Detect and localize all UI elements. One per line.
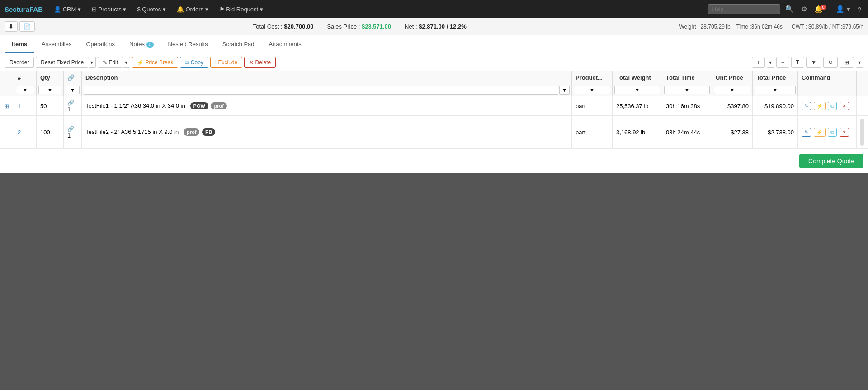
row2-bolt-button[interactable]: ⚡ [814,128,826,137]
tab-operations[interactable]: Operations [79,36,122,53]
sales-price: Sales Price : $23,571.00 [327,23,391,30]
filter-attach-col: ▼ [64,84,82,96]
tab-scratch-pad[interactable]: Scratch Pad [215,36,262,53]
filter-product-button[interactable]: ▼ [574,86,610,94]
reset-price-dropdown[interactable]: ▾ [88,57,96,68]
refresh-button[interactable]: ↻ [823,57,838,68]
row1-num[interactable]: 1 [14,96,37,116]
tab-assemblies[interactable]: Assemblies [34,36,79,53]
filter-total-price-col: ▼ [753,84,798,96]
row2-num[interactable]: 2 [14,116,37,149]
filter-unit-price-col: ▼ [712,84,753,96]
search-icon[interactable]: 🔍 [783,4,796,14]
th-total-price[interactable]: Total Price [753,71,798,84]
columns-dropdown[interactable]: ▾ [856,57,863,68]
exclude-button[interactable]: ! Exclude [210,57,242,68]
navbar: SecturaFAB 👤 CRM ▾ ⊞ Products ▾ $ Quotes… [0,0,868,18]
edit-dropdown[interactable]: ▾ [123,57,130,68]
row2-total-price: $2,738.00 [753,116,798,149]
complete-quote-button[interactable]: Complete Quote [799,154,863,168]
row1-delete-button[interactable]: ✕ [840,102,849,110]
nav-quotes[interactable]: $ Quotes ▾ [132,4,170,14]
reorder-button[interactable]: Reorder [5,57,34,68]
th-unit-price[interactable]: Unit Price [712,71,753,84]
total-cost-value: $20,700.00 [284,23,313,30]
filter-total-price-button[interactable]: ▼ [755,86,796,94]
th-description[interactable]: Description [82,71,572,84]
filter-row: ▼ ▼ ▼ ▼ ▼ ▼ ▼ ▼ ▼ [0,84,868,96]
nav-orders[interactable]: 🔔 Orders ▾ [172,4,213,14]
nav-crm[interactable]: 👤 CRM ▾ [49,4,85,14]
row2-command: ✎ ⚡ ⧉ ✕ [798,116,857,149]
minus-button[interactable]: − [776,57,789,68]
row2-copy-button[interactable]: ⧉ [828,128,837,137]
row1-command: ✎ ⚡ ⧉ ✕ [798,96,857,116]
filter-weight-col: ▼ [613,84,662,96]
gear-icon[interactable]: ⚙ [799,4,809,14]
nav-bid-request[interactable]: ⚑ Bid Request ▾ [215,4,268,14]
row1-copy-button[interactable]: ⧉ [828,102,837,110]
net-label: Net : [405,23,417,30]
filter-num-col: ▼ [14,84,37,96]
filter-qty-button[interactable]: ▼ [38,86,61,94]
row-number[interactable]: 1 [18,103,21,109]
th-num[interactable]: # ↑ [14,71,37,84]
row1-bolt-button[interactable]: ⚡ [814,102,826,110]
row-number[interactable]: 2 [18,129,21,136]
help-input[interactable] [708,4,780,14]
edit-button[interactable]: ✎ Edit [98,57,123,68]
filter-unit-price-button[interactable]: ▼ [714,86,750,94]
filter-weight-button[interactable]: ▼ [614,86,660,94]
download-button[interactable]: ⬇ [5,21,18,32]
filter-description-button[interactable]: ▼ [559,86,570,95]
row1-edit-button[interactable]: ✎ [802,102,811,110]
expand-icon[interactable]: ⊞ [4,103,9,109]
tab-nested-results[interactable]: Nested Results [161,36,215,53]
tab-notes[interactable]: Notes0 [122,36,161,53]
text-button[interactable]: T [791,57,804,68]
th-attach: 🔗 [64,71,82,84]
row2-weight: 3,168.92 lb [613,116,662,149]
row1-scroll [857,96,868,116]
filter-attach-button[interactable]: ▼ [66,86,80,94]
add-dropdown[interactable]: ▾ [767,57,774,68]
tag-pb: PB [202,128,215,136]
filter-description-col: ▼ [82,84,572,96]
toolbar: Reorder Reset Fixed Price ▾ ✎ Edit ▾ ⚡ P… [0,54,868,71]
filter-toggle-button[interactable]: ▼ [806,57,821,68]
delete-button[interactable]: ✕ Delete [244,57,276,68]
row2-scroll [857,116,868,149]
help-icon[interactable]: ? [855,5,863,14]
th-total-weight[interactable]: Total Weight [613,71,662,84]
th-total-time[interactable]: Total Time [662,71,712,84]
price-break-button[interactable]: ⚡ Price Break [132,57,178,68]
filter-time-button[interactable]: ▼ [664,86,710,94]
add-button[interactable]: + [752,57,765,68]
cwt-info: CWT : $0.89/lb / NT :$79.65/h [792,24,863,30]
filter-num-button[interactable]: ▼ [16,86,34,94]
bell-icon[interactable]: 🔔0 [812,4,831,14]
total-cost: Total Cost : $20,700.00 [253,23,314,30]
columns-button[interactable]: ⊞ [840,57,854,68]
copy-button[interactable]: ⧉ Copy [180,57,208,68]
nav-products[interactable]: ⊞ Products ▾ [87,4,131,14]
row2-edit-button[interactable]: ✎ [802,128,811,137]
tab-attachments[interactable]: Attachments [262,36,309,53]
user-icon[interactable]: 👤 ▾ [834,4,852,14]
tab-items[interactable]: Items [5,36,34,53]
filter-description-input[interactable] [84,86,558,95]
th-qty[interactable]: Qty [37,71,64,84]
th-product[interactable]: Product... [572,71,613,84]
row2-attach[interactable]: 🔗 1 [64,116,82,149]
th-scroll [857,71,868,84]
filter-scroll-col [857,84,868,96]
reset-fixed-price-button[interactable]: Reset Fixed Price [36,57,88,68]
row2-description: TestFile2 - 2" A36 5.1715 in X 9.0 in pr… [82,116,572,149]
row1-attach[interactable]: 🔗 1 [64,96,82,116]
row2-delete-button[interactable]: ✕ [840,128,849,137]
brand-logo[interactable]: SecturaFAB [5,5,43,13]
row1-expand[interactable]: ⊞ [0,96,14,116]
summary-actions: ⬇ 📄 [5,21,35,32]
document-button[interactable]: 📄 [19,21,35,32]
th-command: Command [798,71,857,84]
